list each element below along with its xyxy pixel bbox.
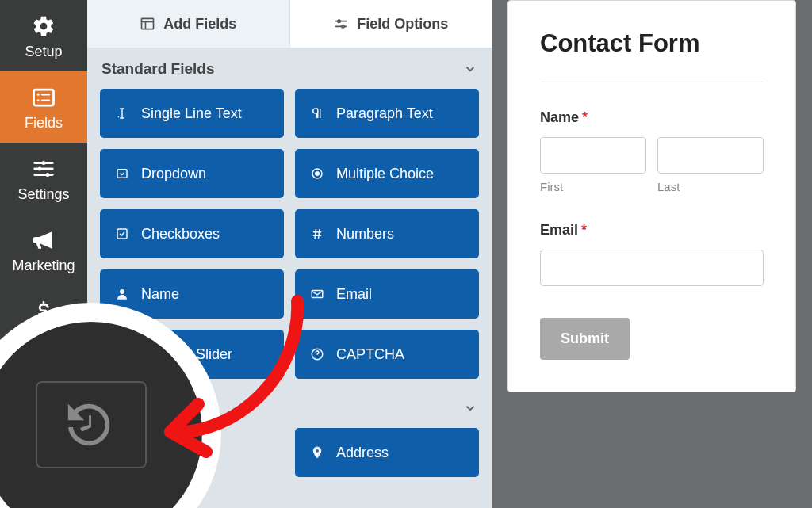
tab-add-fields[interactable]: Add Fields — [87, 0, 290, 48]
required-mark: * — [582, 109, 588, 125]
revisions-button[interactable] — [36, 381, 147, 468]
submit-button[interactable]: Submit — [540, 318, 630, 360]
first-name-input[interactable] — [540, 137, 646, 174]
sidebar-item-fields[interactable]: Fields — [0, 71, 87, 143]
sidebar-item-setup[interactable]: Setup — [0, 0, 87, 71]
svg-rect-13 — [117, 170, 127, 178]
field-numbers[interactable]: Numbers — [295, 209, 479, 258]
panel-tabs: Add Fields Field Options — [87, 0, 492, 48]
form-card: Contact Form Name* First Last Email* Sub… — [508, 0, 796, 392]
svg-point-15 — [316, 172, 320, 176]
sliders-icon — [31, 156, 56, 181]
field-single-line-text[interactable]: Single Line Text — [100, 89, 284, 138]
svg-rect-16 — [117, 229, 127, 239]
svg-point-7 — [46, 173, 50, 177]
form-preview: Contact Form Name* First Last Email* Sub… — [492, 0, 812, 508]
svg-rect-8 — [142, 18, 154, 29]
last-sublabel: Last — [657, 180, 764, 193]
dollar-icon — [31, 299, 56, 324]
text-cursor-icon — [114, 105, 130, 121]
envelope-icon — [309, 286, 325, 302]
last-name-input[interactable] — [657, 137, 764, 174]
field-label: Dropdown — [141, 166, 206, 182]
field-email[interactable]: Email — [295, 269, 479, 319]
field-label: Checkboxes — [141, 226, 220, 243]
sidebar-item-label: Fields — [25, 115, 63, 132]
field-label: Multiple Choice — [336, 166, 434, 182]
form-title: Contact Form — [540, 29, 764, 58]
field-address[interactable]: Address — [295, 428, 479, 477]
list-icon — [31, 85, 56, 110]
svg-point-11 — [338, 20, 340, 22]
options-icon — [333, 16, 349, 32]
standard-fields-grid: Single Line Text Paragraph Text Dropdown… — [95, 89, 484, 379]
sidebar-item-label: Marketing — [12, 258, 75, 274]
required-mark: * — [581, 222, 587, 238]
svg-rect-4 — [41, 99, 50, 101]
field-captcha[interactable]: CAPTCHA — [295, 330, 479, 379]
field-label: Numbers — [336, 226, 394, 243]
section-standard-fields[interactable]: Standard Fields — [95, 48, 484, 89]
radio-icon — [309, 166, 325, 181]
email-label: Email* — [540, 222, 764, 239]
question-circle-icon — [309, 346, 325, 362]
svg-point-12 — [342, 25, 344, 28]
tab-field-options[interactable]: Field Options — [290, 0, 492, 48]
field-label: Address — [336, 445, 389, 461]
map-pin-icon — [309, 445, 325, 460]
dropdown-icon — [114, 166, 130, 181]
megaphone-icon — [31, 227, 56, 253]
field-label: Email — [336, 286, 372, 303]
field-name[interactable]: Name — [100, 269, 284, 319]
field-dropdown[interactable]: Dropdown — [100, 149, 284, 198]
svg-point-5 — [42, 161, 46, 165]
sidebar-item-label: Settings — [17, 186, 69, 203]
email-input[interactable] — [540, 250, 764, 286]
tab-label: Field Options — [357, 16, 448, 32]
field-multiple-choice[interactable]: Multiple Choice — [295, 149, 479, 198]
field-label: Paragraph Text — [336, 105, 433, 122]
user-icon — [114, 286, 130, 302]
svg-point-6 — [38, 166, 42, 170]
chevron-down-icon — [463, 401, 477, 415]
svg-rect-2 — [41, 94, 50, 96]
sidebar-item-settings[interactable]: Settings — [0, 143, 87, 214]
name-label: Name* — [540, 109, 764, 126]
svg-point-17 — [120, 289, 124, 294]
section-title: Standard Fields — [102, 60, 215, 78]
tab-label: Add Fields — [163, 16, 236, 32]
chevron-down-icon — [463, 62, 477, 76]
checkbox-icon — [114, 226, 130, 242]
field-label: Name — [141, 286, 179, 303]
paragraph-icon — [309, 105, 325, 121]
svg-point-3 — [37, 99, 40, 101]
sidebar-item-marketing[interactable]: Marketing — [0, 214, 87, 285]
field-label: Single Line Text — [141, 105, 242, 122]
svg-point-1 — [37, 93, 40, 95]
layout-icon — [140, 16, 155, 32]
gear-icon — [31, 13, 56, 39]
field-label: CAPTCHA — [336, 346, 404, 363]
svg-rect-0 — [34, 90, 54, 105]
history-icon — [63, 397, 119, 453]
field-checkboxes[interactable]: Checkboxes — [100, 209, 284, 258]
divider — [540, 82, 764, 82]
hash-icon — [309, 226, 325, 242]
sidebar-item-label: Setup — [25, 44, 62, 60]
first-sublabel: First — [540, 180, 646, 193]
field-paragraph-text[interactable]: Paragraph Text — [295, 89, 479, 138]
